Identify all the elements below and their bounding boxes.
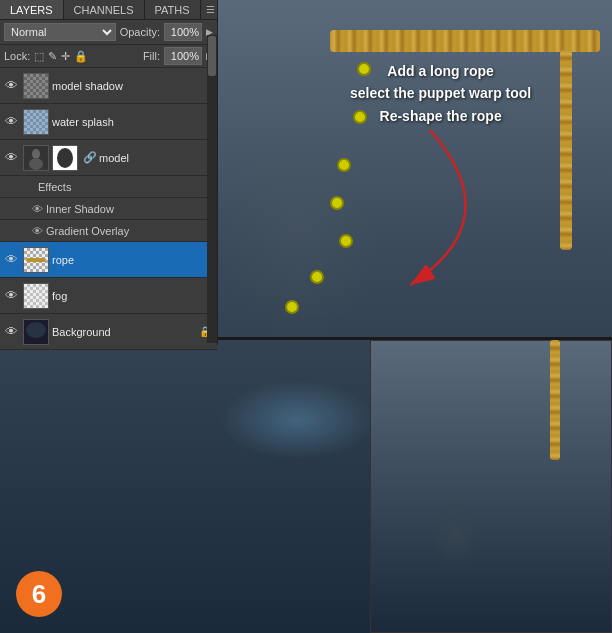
svg-rect-2: [24, 110, 48, 134]
eye-icon-rope[interactable]: 👁: [2, 252, 20, 267]
layers-panel: LAYERS CHANNELS PATHS ☰ Normal Opacity: …: [0, 0, 218, 345]
thumb-model-mask: [52, 145, 78, 171]
thumb-fog: [23, 283, 49, 309]
tab-layers[interactable]: LAYERS: [0, 0, 64, 19]
opacity-label: Opacity:: [120, 26, 160, 38]
fill-input[interactable]: [164, 47, 202, 65]
tab-channels[interactable]: CHANNELS: [64, 0, 145, 19]
opacity-input[interactable]: [164, 23, 202, 41]
lock-all-icon[interactable]: 🔒: [74, 50, 88, 63]
layer-row-rope[interactable]: 👁 rope: [0, 242, 217, 278]
eye-icon-model-shadow[interactable]: 👁: [2, 78, 20, 93]
svg-rect-9: [24, 284, 48, 308]
character-area: [220, 130, 380, 340]
lock-brush-icon[interactable]: ✎: [48, 50, 57, 63]
thumb-water-splash: [23, 109, 49, 135]
layer-name-water-splash: water splash: [52, 116, 215, 128]
layer-row-background[interactable]: 👁 Background 🔒: [0, 314, 217, 350]
effect-row-gradient-overlay[interactable]: 👁 Gradient Overlay: [0, 220, 217, 242]
step-badge: 6: [16, 571, 62, 617]
thumb-model-shadow: [23, 73, 49, 99]
blend-mode-row: Normal Opacity: ▶: [0, 20, 217, 45]
water-area: [220, 380, 375, 460]
layer-row-model[interactable]: 👁 🔗 model fx: [0, 140, 217, 176]
layer-name-fog: fog: [52, 290, 215, 302]
layer-row-fog[interactable]: 👁 fog: [0, 278, 217, 314]
lock-row: Lock: ⬚ ✎ ✛ 🔒 Fill: ▶: [0, 45, 217, 68]
layer-row-water-splash[interactable]: 👁 water splash: [0, 104, 217, 140]
svg-point-4: [29, 158, 43, 170]
rope-vertical-1: [560, 50, 572, 250]
effect-name-inner-shadow: Inner Shadow: [46, 203, 114, 215]
eye-icon-background[interactable]: 👁: [2, 324, 20, 339]
scroll-thumb[interactable]: [208, 36, 216, 76]
fill-label: Fill:: [143, 50, 160, 62]
panel-menu-icon[interactable]: ☰: [201, 2, 220, 17]
right-panel: [370, 340, 612, 633]
blend-mode-select[interactable]: Normal: [4, 23, 116, 41]
warp-dot-4[interactable]: [330, 196, 344, 210]
thumb-background: [23, 319, 49, 345]
effects-group-model: Effects 👁 Inner Shadow 👁 Gradient Overla…: [0, 176, 217, 242]
effect-name-gradient-overlay: Gradient Overlay: [46, 225, 129, 237]
eye-icon-fog[interactable]: 👁: [2, 288, 20, 303]
warp-dot-6[interactable]: [310, 270, 324, 284]
warp-dot-5[interactable]: [339, 234, 353, 248]
eye-icon-water-splash[interactable]: 👁: [2, 114, 20, 129]
effect-row-label: Effects: [0, 176, 217, 198]
annotation-text: Add a long rope select the puppet warp t…: [350, 60, 531, 127]
layer-row-model-shadow[interactable]: 👁 model shadow: [0, 68, 217, 104]
warp-dot-3[interactable]: [337, 158, 351, 172]
eye-icon-inner-shadow[interactable]: 👁: [28, 203, 46, 215]
eye-icon-gradient-overlay[interactable]: 👁: [28, 225, 46, 237]
layer-name-rope: rope: [52, 254, 215, 266]
scroll-bar[interactable]: [207, 35, 217, 343]
svg-point-3: [32, 149, 40, 159]
lock-label: Lock:: [4, 50, 30, 62]
effect-row-inner-shadow[interactable]: 👁 Inner Shadow: [0, 198, 217, 220]
lock-transparent-icon[interactable]: ⬚: [34, 50, 44, 63]
tab-paths[interactable]: PATHS: [145, 0, 201, 19]
svg-point-11: [26, 322, 46, 338]
eye-icon-model[interactable]: 👁: [2, 150, 20, 165]
lock-move-icon[interactable]: ✛: [61, 50, 70, 63]
svg-rect-7: [26, 258, 46, 262]
rope-vertical-2: [550, 340, 560, 460]
effects-label: Effects: [28, 181, 71, 193]
svg-rect-1: [24, 74, 48, 98]
small-character: [430, 493, 480, 573]
layer-name-model: model: [99, 152, 205, 164]
layer-name-model-shadow: model shadow: [52, 80, 215, 92]
layer-name-background: Background: [52, 326, 199, 338]
thumb-rope: [23, 247, 49, 273]
warp-dot-7[interactable]: [285, 300, 299, 314]
thumb-model: [23, 145, 49, 171]
svg-point-6: [57, 148, 73, 168]
rope-top: [330, 30, 600, 52]
link-icon-model: 🔗: [83, 151, 97, 164]
tab-bar: LAYERS CHANNELS PATHS ☰: [0, 0, 217, 20]
